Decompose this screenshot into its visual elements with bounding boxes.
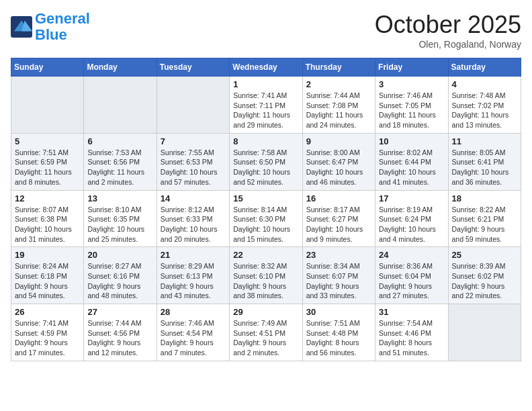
calendar-cell: 21Sunrise: 8:29 AM Sunset: 6:13 PM Dayli…: [157, 247, 229, 304]
calendar-cell: 11Sunrise: 8:05 AM Sunset: 6:41 PM Dayli…: [448, 133, 521, 190]
calendar-cell: 6Sunrise: 7:53 AM Sunset: 6:56 PM Daylig…: [84, 133, 157, 190]
day-info: Sunrise: 7:41 AM Sunset: 7:11 PM Dayligh…: [233, 91, 298, 130]
day-number: 4: [452, 79, 517, 89]
day-number: 23: [306, 250, 371, 260]
day-number: 29: [233, 307, 298, 317]
day-info: Sunrise: 8:29 AM Sunset: 6:13 PM Dayligh…: [161, 261, 226, 301]
week-row-5: 26Sunrise: 7:41 AM Sunset: 4:59 PM Dayli…: [11, 304, 521, 361]
calendar-cell: 13Sunrise: 8:10 AM Sunset: 6:35 PM Dayli…: [84, 190, 157, 247]
calendar-cell: 15Sunrise: 8:14 AM Sunset: 6:30 PM Dayli…: [230, 190, 302, 247]
calendar-cell: [84, 77, 157, 134]
day-info: Sunrise: 8:34 AM Sunset: 6:07 PM Dayligh…: [306, 261, 371, 301]
calendar-table: SundayMondayTuesdayWednesdayThursdayFrid…: [11, 58, 521, 361]
calendar-cell: 7Sunrise: 7:55 AM Sunset: 6:53 PM Daylig…: [157, 133, 229, 190]
calendar-cell: [11, 77, 84, 134]
day-number: 18: [452, 193, 517, 203]
day-header-thursday: Thursday: [302, 58, 375, 77]
calendar-cell: 18Sunrise: 8:22 AM Sunset: 6:21 PM Dayli…: [448, 190, 521, 247]
day-number: 12: [15, 193, 80, 203]
calendar-cell: 30Sunrise: 7:51 AM Sunset: 4:48 PM Dayli…: [302, 304, 375, 361]
day-info: Sunrise: 7:51 AM Sunset: 4:48 PM Dayligh…: [306, 318, 371, 358]
day-number: 28: [161, 307, 226, 317]
day-number: 9: [306, 136, 371, 146]
page-header: General Blue October 2025 Olen, Rogaland…: [11, 11, 521, 50]
day-number: 1: [233, 79, 298, 89]
day-info: Sunrise: 8:17 AM Sunset: 6:27 PM Dayligh…: [306, 205, 371, 244]
day-number: 21: [161, 250, 226, 260]
day-info: Sunrise: 7:58 AM Sunset: 6:50 PM Dayligh…: [233, 148, 298, 187]
day-info: Sunrise: 7:51 AM Sunset: 6:59 PM Dayligh…: [15, 148, 80, 187]
week-row-3: 12Sunrise: 8:07 AM Sunset: 6:38 PM Dayli…: [11, 190, 521, 247]
day-number: 22: [233, 250, 298, 260]
day-number: 17: [379, 193, 444, 203]
day-number: 8: [233, 136, 298, 146]
day-info: Sunrise: 8:32 AM Sunset: 6:10 PM Dayligh…: [233, 261, 298, 301]
day-header-tuesday: Tuesday: [157, 58, 229, 77]
calendar-cell: [448, 304, 521, 361]
day-info: Sunrise: 8:22 AM Sunset: 6:21 PM Dayligh…: [452, 205, 517, 244]
day-info: Sunrise: 7:44 AM Sunset: 7:08 PM Dayligh…: [306, 91, 371, 130]
calendar-cell: 19Sunrise: 8:24 AM Sunset: 6:18 PM Dayli…: [11, 247, 84, 304]
calendar-cell: 12Sunrise: 8:07 AM Sunset: 6:38 PM Dayli…: [11, 190, 84, 247]
calendar-cell: [157, 77, 229, 134]
title-block: October 2025 Olen, Rogaland, Norway: [375, 11, 521, 50]
day-number: 20: [87, 250, 152, 260]
calendar-cell: 4Sunrise: 7:48 AM Sunset: 7:02 PM Daylig…: [448, 77, 521, 134]
calendar-cell: 25Sunrise: 8:39 AM Sunset: 6:02 PM Dayli…: [448, 247, 521, 304]
calendar-cell: 28Sunrise: 7:46 AM Sunset: 4:54 PM Dayli…: [157, 304, 229, 361]
day-info: Sunrise: 8:07 AM Sunset: 6:38 PM Dayligh…: [15, 205, 80, 244]
day-info: Sunrise: 8:12 AM Sunset: 6:33 PM Dayligh…: [161, 205, 226, 244]
day-info: Sunrise: 8:05 AM Sunset: 6:41 PM Dayligh…: [452, 148, 517, 187]
day-number: 26: [15, 307, 80, 317]
day-info: Sunrise: 8:02 AM Sunset: 6:44 PM Dayligh…: [379, 148, 444, 187]
calendar-cell: 22Sunrise: 8:32 AM Sunset: 6:10 PM Dayli…: [230, 247, 302, 304]
day-header-monday: Monday: [84, 58, 157, 77]
calendar-cell: 27Sunrise: 7:44 AM Sunset: 4:56 PM Dayli…: [84, 304, 157, 361]
day-number: 7: [161, 136, 226, 146]
week-row-1: 1Sunrise: 7:41 AM Sunset: 7:11 PM Daylig…: [11, 77, 521, 134]
day-info: Sunrise: 7:54 AM Sunset: 4:46 PM Dayligh…: [379, 318, 444, 358]
calendar-cell: 1Sunrise: 7:41 AM Sunset: 7:11 PM Daylig…: [230, 77, 302, 134]
day-info: Sunrise: 7:46 AM Sunset: 4:54 PM Dayligh…: [161, 318, 226, 358]
day-number: 16: [306, 193, 371, 203]
day-header-friday: Friday: [375, 58, 448, 77]
day-info: Sunrise: 7:53 AM Sunset: 6:56 PM Dayligh…: [87, 148, 152, 187]
day-info: Sunrise: 8:36 AM Sunset: 6:04 PM Dayligh…: [379, 261, 444, 301]
calendar-cell: 29Sunrise: 7:49 AM Sunset: 4:51 PM Dayli…: [230, 304, 302, 361]
calendar-cell: 31Sunrise: 7:54 AM Sunset: 4:46 PM Dayli…: [375, 304, 448, 361]
day-number: 11: [452, 136, 517, 146]
day-info: Sunrise: 8:39 AM Sunset: 6:02 PM Dayligh…: [452, 261, 517, 301]
day-info: Sunrise: 8:00 AM Sunset: 6:47 PM Dayligh…: [306, 148, 371, 187]
day-info: Sunrise: 7:49 AM Sunset: 4:51 PM Dayligh…: [233, 318, 298, 358]
day-number: 25: [452, 250, 517, 260]
day-number: 5: [15, 136, 80, 146]
week-row-2: 5Sunrise: 7:51 AM Sunset: 6:59 PM Daylig…: [11, 133, 521, 190]
day-number: 14: [161, 193, 226, 203]
day-number: 6: [87, 136, 152, 146]
calendar-cell: 14Sunrise: 8:12 AM Sunset: 6:33 PM Dayli…: [157, 190, 229, 247]
calendar-cell: 10Sunrise: 8:02 AM Sunset: 6:44 PM Dayli…: [375, 133, 448, 190]
calendar-cell: 17Sunrise: 8:19 AM Sunset: 6:24 PM Dayli…: [375, 190, 448, 247]
day-header-sunday: Sunday: [11, 58, 84, 77]
day-number: 24: [379, 250, 444, 260]
calendar-cell: 9Sunrise: 8:00 AM Sunset: 6:47 PM Daylig…: [302, 133, 375, 190]
location: Olen, Rogaland, Norway: [375, 39, 521, 50]
week-row-4: 19Sunrise: 8:24 AM Sunset: 6:18 PM Dayli…: [11, 247, 521, 304]
calendar-cell: 23Sunrise: 8:34 AM Sunset: 6:07 PM Dayli…: [302, 247, 375, 304]
day-number: 31: [379, 307, 444, 317]
logo-icon: [11, 16, 32, 38]
day-header-saturday: Saturday: [448, 58, 521, 77]
day-number: 3: [379, 79, 444, 89]
day-info: Sunrise: 8:14 AM Sunset: 6:30 PM Dayligh…: [233, 205, 298, 244]
calendar-cell: 3Sunrise: 7:46 AM Sunset: 7:05 PM Daylig…: [375, 77, 448, 134]
days-header-row: SundayMondayTuesdayWednesdayThursdayFrid…: [11, 58, 521, 77]
calendar-cell: 8Sunrise: 7:58 AM Sunset: 6:50 PM Daylig…: [230, 133, 302, 190]
day-info: Sunrise: 7:44 AM Sunset: 4:56 PM Dayligh…: [87, 318, 152, 358]
logo-text: General Blue: [35, 11, 90, 43]
day-number: 15: [233, 193, 298, 203]
calendar-cell: 2Sunrise: 7:44 AM Sunset: 7:08 PM Daylig…: [302, 77, 375, 134]
calendar-cell: 26Sunrise: 7:41 AM Sunset: 4:59 PM Dayli…: [11, 304, 84, 361]
day-info: Sunrise: 7:48 AM Sunset: 7:02 PM Dayligh…: [452, 91, 517, 130]
day-number: 30: [306, 307, 371, 317]
day-info: Sunrise: 8:24 AM Sunset: 6:18 PM Dayligh…: [15, 261, 80, 301]
